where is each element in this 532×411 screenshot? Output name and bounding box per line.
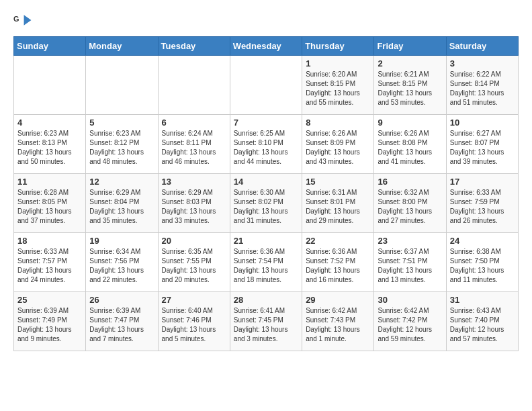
calendar-week-row: 1Sunrise: 6:20 AM Sunset: 8:15 PM Daylig… [14,56,519,115]
calendar-cell: 25Sunrise: 6:39 AM Sunset: 7:49 PM Dayli… [14,292,86,351]
day-number: 14 [234,177,298,187]
calendar-cell: 8Sunrise: 6:26 AM Sunset: 8:09 PM Daylig… [302,115,374,174]
day-number: 11 [17,177,82,187]
calendar-cell: 3Sunrise: 6:22 AM Sunset: 8:14 PM Daylig… [446,56,518,115]
day-info: Sunrise: 6:36 AM Sunset: 7:54 PM Dayligh… [234,247,298,285]
day-info: Sunrise: 6:34 AM Sunset: 7:56 PM Dayligh… [89,247,154,285]
calendar-cell [14,56,86,115]
day-info: Sunrise: 6:33 AM Sunset: 7:59 PM Dayligh… [450,188,515,226]
calendar-cell: 20Sunrise: 6:35 AM Sunset: 7:55 PM Dayli… [158,233,230,292]
day-number: 26 [89,295,154,305]
day-info: Sunrise: 6:20 AM Sunset: 8:15 PM Dayligh… [306,70,370,107]
calendar-cell: 29Sunrise: 6:42 AM Sunset: 7:43 PM Dayli… [302,292,374,351]
calendar-cell: 12Sunrise: 6:29 AM Sunset: 8:04 PM Dayli… [86,174,158,233]
calendar-cell: 7Sunrise: 6:25 AM Sunset: 8:10 PM Daylig… [230,115,302,174]
calendar-header-saturday: Saturday [446,37,518,56]
calendar-cell: 9Sunrise: 6:26 AM Sunset: 8:08 PM Daylig… [374,115,446,174]
day-info: Sunrise: 6:29 AM Sunset: 8:04 PM Dayligh… [89,188,154,226]
day-number: 4 [17,118,82,128]
day-number: 6 [162,118,226,128]
day-info: Sunrise: 6:27 AM Sunset: 8:07 PM Dayligh… [450,129,515,167]
day-number: 31 [450,295,515,305]
day-info: Sunrise: 6:23 AM Sunset: 8:12 PM Dayligh… [89,129,154,167]
calendar-cell: 10Sunrise: 6:27 AM Sunset: 8:07 PM Dayli… [446,115,518,174]
logo-icon: G [13,11,32,30]
calendar-week-row: 25Sunrise: 6:39 AM Sunset: 7:49 PM Dayli… [14,292,519,351]
day-number: 15 [306,177,370,187]
calendar-cell: 13Sunrise: 6:29 AM Sunset: 8:03 PM Dayli… [158,174,230,233]
day-number: 28 [234,295,298,305]
calendar-cell: 31Sunrise: 6:43 AM Sunset: 7:40 PM Dayli… [446,292,518,351]
calendar-header-monday: Monday [86,37,158,56]
calendar-cell: 22Sunrise: 6:36 AM Sunset: 7:52 PM Dayli… [302,233,374,292]
calendar-cell: 6Sunrise: 6:24 AM Sunset: 8:11 PM Daylig… [158,115,230,174]
calendar-cell: 23Sunrise: 6:37 AM Sunset: 7:51 PM Dayli… [374,233,446,292]
day-number: 21 [234,236,298,246]
day-number: 10 [450,118,515,128]
day-number: 16 [378,177,442,187]
day-info: Sunrise: 6:41 AM Sunset: 7:45 PM Dayligh… [234,306,298,344]
page-header: G [13,11,519,30]
day-number: 1 [306,58,370,68]
day-number: 30 [378,295,442,305]
calendar-cell: 27Sunrise: 6:40 AM Sunset: 7:46 PM Dayli… [158,292,230,351]
calendar-cell [86,56,158,115]
day-info: Sunrise: 6:26 AM Sunset: 8:08 PM Dayligh… [378,129,442,167]
calendar-cell: 15Sunrise: 6:31 AM Sunset: 8:01 PM Dayli… [302,174,374,233]
day-info: Sunrise: 6:36 AM Sunset: 7:52 PM Dayligh… [306,247,370,285]
calendar-cell: 24Sunrise: 6:38 AM Sunset: 7:50 PM Dayli… [446,233,518,292]
calendar-cell [158,56,230,115]
day-info: Sunrise: 6:35 AM Sunset: 7:55 PM Dayligh… [162,247,226,285]
day-info: Sunrise: 6:22 AM Sunset: 8:14 PM Dayligh… [450,70,515,107]
calendar-cell: 26Sunrise: 6:39 AM Sunset: 7:47 PM Dayli… [86,292,158,351]
calendar-cell: 21Sunrise: 6:36 AM Sunset: 7:54 PM Dayli… [230,233,302,292]
day-info: Sunrise: 6:42 AM Sunset: 7:43 PM Dayligh… [306,306,370,344]
day-info: Sunrise: 6:43 AM Sunset: 7:40 PM Dayligh… [450,306,515,344]
day-info: Sunrise: 6:30 AM Sunset: 8:02 PM Dayligh… [234,188,298,226]
calendar-cell: 16Sunrise: 6:32 AM Sunset: 8:00 PM Dayli… [374,174,446,233]
day-number: 17 [450,177,515,187]
calendar-cell: 2Sunrise: 6:21 AM Sunset: 8:15 PM Daylig… [374,56,446,115]
calendar-week-row: 4Sunrise: 6:23 AM Sunset: 8:13 PM Daylig… [14,115,519,174]
calendar-cell: 17Sunrise: 6:33 AM Sunset: 7:59 PM Dayli… [446,174,518,233]
day-info: Sunrise: 6:37 AM Sunset: 7:51 PM Dayligh… [378,247,442,285]
day-number: 12 [89,177,154,187]
calendar-header-wednesday: Wednesday [230,37,302,56]
day-info: Sunrise: 6:29 AM Sunset: 8:03 PM Dayligh… [162,188,226,226]
day-number: 25 [17,295,82,305]
day-info: Sunrise: 6:38 AM Sunset: 7:50 PM Dayligh… [450,247,515,285]
calendar-cell: 1Sunrise: 6:20 AM Sunset: 8:15 PM Daylig… [302,56,374,115]
calendar-cell: 4Sunrise: 6:23 AM Sunset: 8:13 PM Daylig… [14,115,86,174]
day-number: 22 [306,236,370,246]
day-info: Sunrise: 6:26 AM Sunset: 8:09 PM Dayligh… [306,129,370,167]
day-info: Sunrise: 6:39 AM Sunset: 7:49 PM Dayligh… [17,306,82,344]
calendar-header-sunday: Sunday [14,37,86,56]
day-info: Sunrise: 6:23 AM Sunset: 8:13 PM Dayligh… [17,129,82,167]
day-number: 9 [378,118,442,128]
day-number: 19 [89,236,154,246]
day-number: 23 [378,236,442,246]
day-info: Sunrise: 6:39 AM Sunset: 7:47 PM Dayligh… [89,306,154,344]
calendar-cell [230,56,302,115]
svg-marker-1 [24,15,32,26]
day-number: 3 [450,58,515,68]
logo: G [13,11,35,30]
day-number: 8 [306,118,370,128]
calendar-header-thursday: Thursday [302,37,374,56]
day-number: 5 [89,118,154,128]
day-number: 24 [450,236,515,246]
day-info: Sunrise: 6:32 AM Sunset: 8:00 PM Dayligh… [378,188,442,226]
day-info: Sunrise: 6:24 AM Sunset: 8:11 PM Dayligh… [162,129,226,167]
day-number: 7 [234,118,298,128]
day-number: 29 [306,295,370,305]
day-info: Sunrise: 6:25 AM Sunset: 8:10 PM Dayligh… [234,129,298,167]
calendar-cell: 5Sunrise: 6:23 AM Sunset: 8:12 PM Daylig… [86,115,158,174]
calendar-cell: 19Sunrise: 6:34 AM Sunset: 7:56 PM Dayli… [86,233,158,292]
calendar-week-row: 11Sunrise: 6:28 AM Sunset: 8:05 PM Dayli… [14,174,519,233]
day-info: Sunrise: 6:31 AM Sunset: 8:01 PM Dayligh… [306,188,370,226]
day-info: Sunrise: 6:42 AM Sunset: 7:42 PM Dayligh… [378,306,442,344]
svg-text:G: G [13,15,19,23]
calendar-cell: 18Sunrise: 6:33 AM Sunset: 7:57 PM Dayli… [14,233,86,292]
day-info: Sunrise: 6:33 AM Sunset: 7:57 PM Dayligh… [17,247,82,285]
calendar-cell: 30Sunrise: 6:42 AM Sunset: 7:42 PM Dayli… [374,292,446,351]
